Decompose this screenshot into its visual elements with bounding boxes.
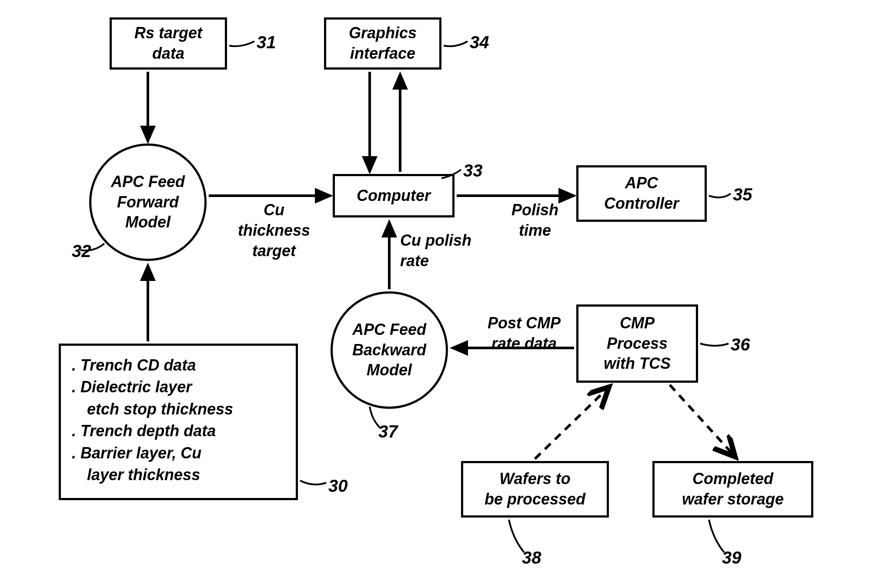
computer-text: Computer xyxy=(357,186,431,206)
feed-forward-text: APC Feed Forward Model xyxy=(111,172,185,233)
wafers-process-text: Wafers to be processed xyxy=(485,469,585,510)
apc-controller-box: APC Controller xyxy=(576,165,707,222)
completed-storage-text: Completed wafer storage xyxy=(682,469,784,510)
cmp-process-box: CMP Process with TCS xyxy=(576,304,698,383)
input-list-box: . Trench CD data . Dielectric layer etch… xyxy=(59,344,298,500)
num-38: 38 xyxy=(522,548,541,568)
list-item-2b: etch stop thickness xyxy=(72,398,233,420)
svg-line-9 xyxy=(535,387,609,459)
num-30: 30 xyxy=(328,476,348,496)
feed-backward-circle: APC Feed Backward Model xyxy=(331,291,448,409)
post-cmp-rate-label: Post CMP rate data xyxy=(468,313,581,354)
graphics-interface-text: Graphics interface xyxy=(349,23,417,64)
rs-target-box: Rs target data xyxy=(110,17,227,70)
num-36: 36 xyxy=(731,335,750,354)
list-item-4a: . Barrier layer, Cu xyxy=(72,442,285,464)
svg-line-10 xyxy=(670,385,735,457)
rs-target-text: Rs target data xyxy=(134,23,202,64)
list-item-2a: . Dielectric layer xyxy=(72,376,285,398)
num-32: 32 xyxy=(72,241,91,261)
computer-box: Computer xyxy=(333,174,455,217)
feed-forward-circle: APC Feed Forward Model xyxy=(89,144,207,261)
num-34: 34 xyxy=(470,33,489,52)
num-37: 37 xyxy=(378,422,398,441)
list-item-1: . Trench CD data xyxy=(72,354,285,376)
list-item-3: . Trench depth data xyxy=(72,420,285,442)
num-35: 35 xyxy=(733,185,752,204)
num-31: 31 xyxy=(257,33,276,52)
diagram-container: Rs target data Graphics interface APC Fe… xyxy=(0,0,889,588)
graphics-interface-box: Graphics interface xyxy=(324,17,441,70)
cu-polish-rate-label: Cu polish rate xyxy=(400,231,513,271)
list-item-4b: layer thickness xyxy=(72,464,200,486)
cmp-process-text: CMP Process with TCS xyxy=(604,313,671,374)
num-39: 39 xyxy=(722,548,742,568)
cu-thickness-label: Cu thickness target xyxy=(226,200,322,261)
wafers-process-box: Wafers to be processed xyxy=(461,461,609,518)
feed-backward-text: APC Feed Backward Model xyxy=(352,320,426,381)
num-33: 33 xyxy=(463,161,483,180)
apc-controller-text: APC Controller xyxy=(604,173,679,214)
completed-storage-box: Completed wafer storage xyxy=(652,461,813,518)
